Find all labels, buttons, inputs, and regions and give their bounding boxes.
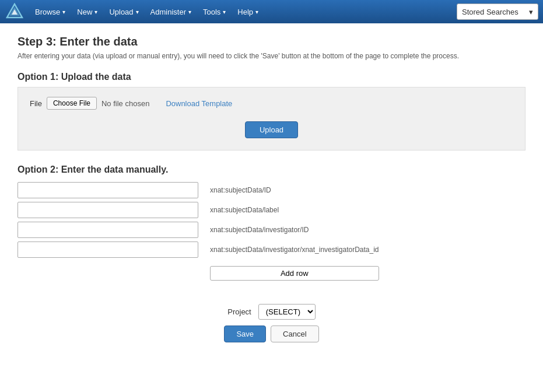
page-title: Step 3: Enter the data xyxy=(17,35,526,48)
field-label-2: xnat:subjectData/investigator/ID xyxy=(210,222,379,238)
manual-input-label[interactable] xyxy=(17,202,198,218)
manual-input-investigator-data-id[interactable] xyxy=(17,242,198,258)
chevron-down-icon: ▾ xyxy=(62,9,65,15)
app-logo xyxy=(5,2,24,22)
project-label: Project xyxy=(227,307,251,316)
step-description: After entering your data (via upload or … xyxy=(17,52,526,60)
chevron-down-icon: ▾ xyxy=(529,8,533,16)
stored-searches-dropdown[interactable]: Stored Searches ▾ xyxy=(457,4,538,20)
nav-menu: Browse ▾ New ▾ Upload ▾ Administer ▾ Too… xyxy=(29,0,457,23)
add-row-button[interactable]: Add row xyxy=(210,266,379,281)
manual-input-investigator-id[interactable] xyxy=(17,222,198,238)
option1-title: Option 1: Upload the data xyxy=(17,72,526,82)
file-row: File Choose File No file chosen Download… xyxy=(30,97,513,110)
chevron-down-icon: ▾ xyxy=(94,9,97,15)
no-file-text: No file chosen xyxy=(101,99,149,108)
manual-input-id[interactable] xyxy=(17,182,198,198)
chevron-down-icon: ▾ xyxy=(223,9,226,15)
field-label-1: xnat:subjectData/label xyxy=(210,202,379,218)
choose-file-button[interactable]: Choose File xyxy=(47,97,97,110)
nav-item-new[interactable]: New ▾ xyxy=(71,0,103,23)
project-section: Project (SELECT) xyxy=(17,304,526,320)
save-button[interactable]: Save xyxy=(224,326,266,342)
chevron-down-icon: ▾ xyxy=(188,9,191,15)
nav-item-browse[interactable]: Browse ▾ xyxy=(29,0,71,23)
project-select[interactable]: (SELECT) xyxy=(258,304,316,320)
nav-item-administer[interactable]: Administer ▾ xyxy=(145,0,197,23)
cancel-button[interactable]: Cancel xyxy=(271,326,318,342)
chevron-down-icon: ▾ xyxy=(255,9,258,15)
main-content: Step 3: Enter the data After entering yo… xyxy=(0,23,543,354)
manual-field-labels: xnat:subjectData/ID xnat:subjectData/lab… xyxy=(210,182,379,281)
action-row: Save Cancel xyxy=(17,326,526,342)
option2-title: Option 2: Enter the data manually. xyxy=(17,164,526,175)
nav-item-tools[interactable]: Tools ▾ xyxy=(197,0,232,23)
manual-grid: xnat:subjectData/ID xnat:subjectData/lab… xyxy=(17,180,526,281)
nav-item-help[interactable]: Help ▾ xyxy=(232,0,264,23)
upload-button[interactable]: Upload xyxy=(245,121,298,138)
field-label-3: xnat:subjectData/investigator/xnat_inves… xyxy=(210,242,379,258)
download-template-link[interactable]: Download Template xyxy=(166,99,232,108)
manual-inputs xyxy=(17,182,198,258)
chevron-down-icon: ▾ xyxy=(136,9,139,15)
field-label-0: xnat:subjectData/ID xyxy=(210,182,379,198)
manual-section: Option 2: Enter the data manually. xnat:… xyxy=(17,164,526,281)
navbar: Browse ▾ New ▾ Upload ▾ Administer ▾ Too… xyxy=(0,0,543,23)
upload-btn-row: Upload xyxy=(30,118,513,141)
file-label: File xyxy=(30,99,42,108)
upload-section: File Choose File No file chosen Download… xyxy=(17,87,526,150)
nav-item-upload[interactable]: Upload ▾ xyxy=(103,0,144,23)
